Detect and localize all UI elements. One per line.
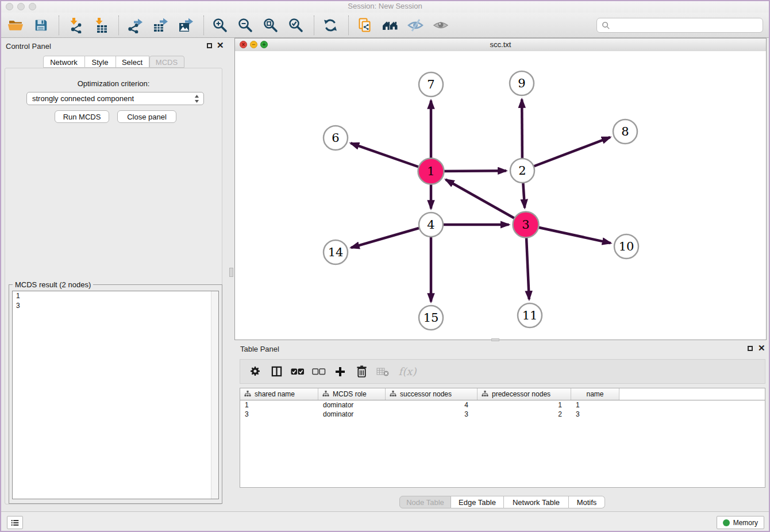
column-header-label: MCDS role [333, 390, 367, 398]
mcds-result-item[interactable]: 1 [13, 291, 218, 301]
search-input[interactable] [613, 19, 763, 32]
table-cell[interactable]: 3 [571, 410, 619, 419]
zoom-selected-button[interactable] [287, 17, 305, 34]
column-header-MCDS-role[interactable]: MCDS role [318, 388, 386, 400]
table-header-row: shared nameMCDS rolesuccessor nodesprede… [240, 388, 765, 400]
table-settings-button[interactable] [246, 363, 264, 381]
updown-chevrons-icon [194, 94, 199, 103]
table-cell[interactable]: 2 [478, 410, 571, 419]
table-cell[interactable]: 1 [571, 400, 619, 410]
panel-splitter-handle[interactable] [229, 268, 233, 277]
show-eye-button[interactable] [432, 17, 449, 34]
table-cell[interactable]: 1 [240, 400, 318, 410]
list-icon [11, 519, 19, 527]
graph-node-label-10: 10 [619, 240, 634, 253]
view-splitter-handle[interactable] [491, 338, 499, 341]
save-floppy-icon [33, 18, 48, 33]
function-builder-button[interactable]: f(x) [395, 363, 420, 381]
column-header-shared-name[interactable]: shared name [240, 388, 318, 400]
table-cell[interactable]: 3 [240, 410, 318, 419]
mcds-result-list[interactable]: 13 [12, 291, 219, 499]
column-header-label: predecessor nodes [492, 390, 550, 398]
result-scrollbar[interactable] [211, 291, 218, 499]
graph-edge-2-8[interactable] [522, 137, 610, 171]
gear-icon [249, 366, 261, 377]
task-history-button[interactable] [7, 516, 23, 529]
table-cell[interactable]: dominator [318, 410, 386, 419]
apply-layout-button[interactable] [322, 17, 339, 34]
tab-edge-table[interactable]: Edge Table [451, 496, 504, 508]
tab-select[interactable]: Select [116, 56, 149, 68]
fx-icon: f(x) [399, 365, 417, 377]
table-cell[interactable]: 4 [386, 400, 478, 410]
tab-network-table[interactable]: Network Table [504, 496, 569, 508]
delete-table-button[interactable] [374, 363, 392, 381]
zoom-out-icon [237, 17, 253, 33]
table-panel: Table Panel ✕ [234, 342, 770, 511]
close-panel-icon[interactable]: ✕ [217, 42, 224, 49]
toolbar-separator [203, 16, 205, 35]
export-network-button[interactable] [126, 17, 144, 34]
table-row[interactable]: 3dominator323 [240, 410, 765, 419]
tab-network[interactable]: Network [43, 56, 85, 68]
zoom-in-icon [212, 17, 228, 33]
toolbar-separator [118, 16, 120, 35]
export-image-button[interactable] [177, 17, 194, 34]
float-panel-icon[interactable] [207, 43, 212, 48]
toolbar-separator [59, 16, 60, 35]
add-column-button[interactable] [331, 363, 349, 381]
export-table-icon [152, 17, 168, 33]
ndex-home-button[interactable] [382, 17, 399, 34]
import-table-button[interactable] [92, 17, 109, 34]
memory-button[interactable]: Memory [717, 516, 764, 529]
network-canvas[interactable]: 7968124314101511 [235, 51, 766, 340]
table-row[interactable]: 1dominator411 [240, 400, 765, 410]
zoom-out-button[interactable] [237, 17, 254, 34]
run-mcds-button[interactable]: Run MCDS [55, 110, 109, 123]
tab-mcds[interactable]: MCDS [149, 56, 184, 68]
select-all-button[interactable] [288, 363, 307, 381]
table-cell[interactable]: dominator [318, 400, 386, 410]
delete-table-icon [376, 367, 389, 376]
table-panel-title: Table Panel [240, 345, 279, 353]
criterion-dropdown[interactable]: strongly connected component [26, 92, 204, 105]
mcds-result-item[interactable]: 3 [13, 301, 218, 311]
hide-detail-button[interactable] [407, 17, 424, 34]
table-cell[interactable]: 3 [386, 410, 478, 419]
status-bar: Memory [0, 511, 770, 532]
share-network-button[interactable] [356, 17, 374, 34]
tab-motifs[interactable]: Motifs [569, 496, 605, 508]
close-panel-button[interactable]: Close panel [117, 110, 176, 123]
open-session-button[interactable] [7, 17, 24, 34]
control-panel-title: Control Panel [6, 42, 51, 51]
control-panel: Control Panel ✕ NetworkStyleSelectMCDS O… [0, 38, 227, 511]
search-box [596, 18, 763, 33]
zoom-selected-icon [288, 17, 304, 33]
graph-node-label-15: 15 [424, 311, 439, 325]
save-session-button[interactable] [32, 17, 49, 34]
import-network-button[interactable] [67, 17, 84, 34]
network-view-window: × − + scc.txt 7968124314101511 [234, 38, 767, 340]
network-window-titlebar[interactable]: × − + scc.txt [235, 38, 766, 52]
table-float-icon[interactable] [748, 346, 753, 351]
column-header-successor-nodes[interactable]: successor nodes [386, 388, 478, 400]
network-graph: 7968124314101511 [235, 51, 766, 340]
delete-column-button[interactable] [352, 363, 371, 381]
column-header-label: successor nodes [400, 390, 452, 398]
deselect-all-button[interactable] [310, 363, 328, 381]
tab-node-table[interactable]: Node Table [399, 496, 451, 508]
toggle-panel-button[interactable] [267, 363, 286, 381]
zoom-fit-icon [263, 17, 279, 33]
toolbar-separator [348, 16, 349, 35]
export-table-button[interactable] [152, 17, 169, 34]
column-header-name[interactable]: name [571, 388, 619, 400]
zoom-in-button[interactable] [211, 17, 229, 34]
zoom-fit-button[interactable] [262, 17, 279, 34]
tab-style[interactable]: Style [85, 56, 116, 68]
graph-edge-3-1[interactable] [446, 180, 526, 225]
table-cell[interactable]: 1 [478, 400, 571, 410]
graph-node-label-9: 9 [518, 76, 525, 90]
table-close-icon[interactable]: ✕ [758, 345, 765, 352]
memory-status-dot [723, 519, 730, 526]
column-header-predecessor-nodes[interactable]: predecessor nodes [478, 388, 571, 400]
